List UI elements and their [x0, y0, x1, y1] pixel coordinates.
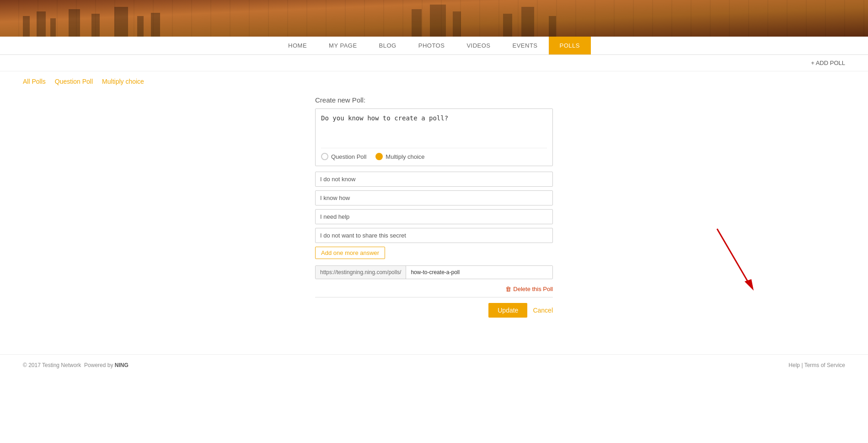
svg-rect-9	[412, 9, 422, 37]
footer-copyright: © 2017 Testing Network	[23, 362, 81, 368]
update-button[interactable]: Update	[488, 303, 527, 318]
answer-input-3[interactable]	[315, 209, 553, 224]
svg-rect-3	[50, 18, 56, 37]
radio-question-poll-label: Question Poll	[331, 153, 366, 160]
form-divider	[315, 297, 553, 297]
footer-right: Help | Terms of Service	[788, 362, 845, 368]
poll-type-row: Question Poll Multiply choice	[321, 148, 547, 160]
nav-events[interactable]: EVENTS	[502, 37, 549, 54]
tab-multiply-choice[interactable]: Multiply choice	[102, 78, 144, 85]
radio-multiply-choice-indicator	[375, 153, 383, 160]
nav-my-page[interactable]: MY PAGE	[318, 37, 368, 54]
answer-input-4[interactable]	[315, 228, 553, 243]
footer-powered-by: Powered by	[84, 362, 113, 368]
header-banner	[0, 0, 868, 37]
form-title: Create new Poll:	[315, 96, 553, 104]
form-container: Create new Poll: Question Poll Multiply …	[315, 96, 553, 318]
poll-question-input[interactable]	[321, 114, 547, 142]
poll-question-box: Question Poll Multiply choice	[315, 108, 553, 166]
svg-rect-5	[91, 14, 100, 37]
delete-poll-button[interactable]: 🗑 Delete this Poll	[505, 286, 553, 292]
svg-rect-8	[151, 13, 160, 37]
url-slug-input[interactable]	[406, 266, 552, 279]
add-poll-button[interactable]: + ADD POLL	[811, 59, 845, 66]
nav-bar: HOME MY PAGE BLOG PHOTOS VIDEOS EVENTS P…	[0, 37, 868, 55]
radio-question-poll[interactable]: Question Poll	[321, 153, 366, 160]
action-row: Update Cancel	[315, 303, 553, 318]
delete-poll-label: Delete this Poll	[513, 286, 553, 292]
footer-terms-link[interactable]: Terms of Service	[804, 362, 845, 368]
url-row: https://testingning.ning.com/polls/	[315, 265, 553, 279]
footer-left: © 2017 Testing Network Powered by NING	[23, 362, 129, 368]
page-wrapper: HOME MY PAGE BLOG PHOTOS VIDEOS EVENTS P…	[0, 0, 868, 376]
nav-polls[interactable]: POLLS	[549, 37, 591, 54]
radio-multiply-choice-label: Multiply choice	[386, 153, 424, 160]
footer-separator: |	[801, 362, 803, 368]
answer-input-2[interactable]	[315, 190, 553, 205]
url-base: https://testingning.ning.com/polls/	[316, 266, 406, 279]
footer-help-link[interactable]: Help	[788, 362, 800, 368]
svg-rect-1	[23, 16, 30, 37]
svg-rect-7	[137, 16, 144, 37]
delete-row: 🗑 Delete this Poll	[315, 286, 553, 292]
svg-rect-12	[503, 14, 512, 37]
nav-videos[interactable]: VIDEOS	[455, 37, 501, 54]
svg-rect-10	[430, 5, 446, 37]
svg-rect-11	[453, 11, 461, 37]
svg-rect-14	[549, 16, 556, 37]
add-poll-bar: + ADD POLL	[0, 55, 868, 71]
svg-rect-0	[0, 0, 868, 37]
tab-all-polls[interactable]: All Polls	[23, 78, 46, 85]
nav-blog[interactable]: BLOG	[368, 37, 407, 54]
tab-question-poll[interactable]: Question Poll	[55, 78, 93, 85]
answer-input-1[interactable]	[315, 172, 553, 187]
footer: © 2017 Testing Network Powered by NING H…	[0, 354, 868, 376]
trash-icon: 🗑	[505, 286, 511, 292]
nav-home[interactable]: HOME	[277, 37, 318, 54]
add-answer-button[interactable]: Add one more answer	[315, 247, 385, 259]
nav-photos[interactable]: PHOTOS	[407, 37, 456, 54]
svg-rect-4	[69, 9, 80, 37]
tabs-bar: All Polls Question Poll Multiply choice	[0, 71, 868, 92]
radio-question-poll-indicator	[321, 153, 328, 160]
main-content: Create new Poll: Question Poll Multiply …	[0, 92, 868, 336]
svg-rect-2	[37, 11, 46, 37]
cancel-button[interactable]: Cancel	[533, 307, 553, 314]
radio-multiply-choice[interactable]: Multiply choice	[375, 153, 424, 160]
svg-rect-6	[114, 7, 128, 37]
svg-rect-13	[521, 7, 534, 37]
